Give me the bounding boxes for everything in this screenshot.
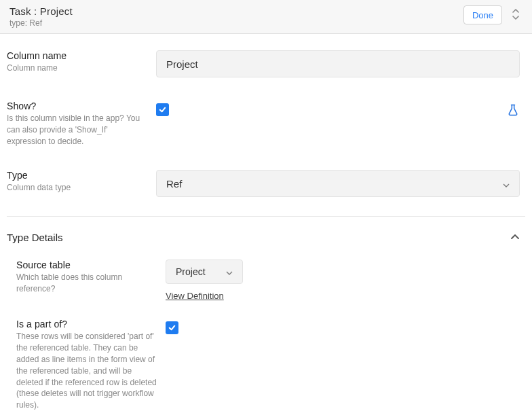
is-part-of-label: Is a part of? bbox=[16, 319, 157, 329]
column-name-label: Column name bbox=[7, 50, 148, 61]
type-value: Ref bbox=[29, 18, 42, 28]
type-select[interactable]: Ref bbox=[156, 170, 520, 197]
type-label: Type bbox=[7, 170, 148, 181]
field-row-show: Show? Is this column visible in the app?… bbox=[0, 84, 532, 154]
done-button[interactable]: Done bbox=[463, 5, 502, 24]
caret-down-icon bbox=[503, 178, 510, 190]
field-left: Is a part of? These rows will be conside… bbox=[16, 319, 166, 411]
source-table-value: Project bbox=[176, 266, 206, 277]
source-table-desc: Which table does this column reference? bbox=[16, 272, 157, 295]
field-right bbox=[156, 101, 520, 147]
field-row-column-name: Column name Column name bbox=[0, 34, 532, 84]
field-right bbox=[156, 50, 520, 77]
header-title-block: Task : Project type: Ref bbox=[10, 5, 73, 28]
type-details-header[interactable]: Type Details bbox=[0, 217, 532, 247]
type-desc: Column data type bbox=[7, 182, 148, 194]
flask-icon[interactable] bbox=[506, 103, 520, 119]
field-right bbox=[166, 319, 520, 411]
caret-down-icon bbox=[226, 266, 233, 277]
field-row-source-table: Source table Which table does this colum… bbox=[0, 247, 532, 301]
editor-header: Task : Project type: Ref Done bbox=[0, 0, 532, 34]
page-subtitle: type: Ref bbox=[10, 18, 73, 28]
is-part-of-desc: These rows will be considered 'part of' … bbox=[16, 331, 157, 411]
field-row-is-part-of: Is a part of? These rows will be conside… bbox=[0, 301, 532, 411]
type-details-title: Type Details bbox=[7, 232, 63, 243]
chevron-up-icon bbox=[510, 232, 520, 243]
page-title: Task : Project bbox=[10, 5, 73, 17]
show-label: Show? bbox=[7, 101, 148, 111]
column-name-input[interactable] bbox=[156, 50, 520, 77]
show-checkbox[interactable] bbox=[156, 103, 169, 116]
field-left: Source table Which table does this colum… bbox=[16, 260, 166, 301]
field-right: Project View Definition bbox=[166, 260, 520, 301]
type-prefix: type: bbox=[10, 18, 29, 28]
type-select-value: Ref bbox=[166, 178, 182, 190]
field-right: Ref bbox=[156, 170, 520, 197]
show-desc: Is this column visible in the app? You c… bbox=[7, 113, 148, 147]
source-table-label: Source table bbox=[16, 260, 157, 270]
column-name-desc: Column name bbox=[7, 62, 148, 74]
is-part-of-checkbox[interactable] bbox=[166, 321, 178, 334]
view-definition-link[interactable]: View Definition bbox=[166, 291, 224, 301]
field-row-type: Type Column data type Ref bbox=[0, 154, 532, 204]
source-table-select[interactable]: Project bbox=[166, 260, 243, 284]
expand-collapse-handle[interactable] bbox=[509, 8, 522, 22]
field-left: Column name Column name bbox=[7, 50, 156, 77]
header-actions: Done bbox=[463, 5, 522, 24]
form-scroll-area[interactable]: Column name Column name Show? Is this co… bbox=[0, 34, 532, 411]
field-left: Type Column data type bbox=[7, 170, 156, 197]
field-left: Show? Is this column visible in the app?… bbox=[7, 101, 156, 147]
